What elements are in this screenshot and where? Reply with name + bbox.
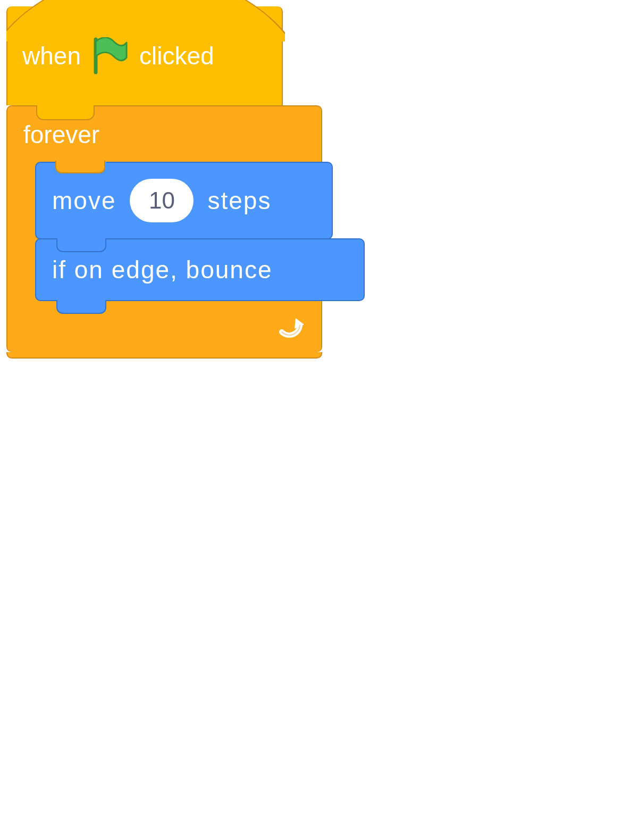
block-bottom-notch <box>56 300 106 314</box>
forever-block[interactable]: forever move 10 steps if on edge, bounce <box>6 105 322 352</box>
hat-text-after: clicked <box>139 41 214 70</box>
green-flag-icon <box>93 37 128 74</box>
hat-cap <box>6 0 285 41</box>
forever-end-cap <box>6 352 322 359</box>
loop-arrow-icon <box>276 313 306 340</box>
forever-body: move 10 steps if on edge, bounce <box>35 162 321 301</box>
hat-content: when clicked <box>22 37 214 74</box>
forever-foot <box>7 301 321 352</box>
hat-bottom-notch <box>36 105 95 120</box>
move-steps-input[interactable]: 10 <box>130 179 194 222</box>
mouth-notch <box>55 161 105 173</box>
hat-text-before: when <box>22 41 81 70</box>
move-text-before: move <box>52 186 116 215</box>
bounce-label: if on edge, bounce <box>52 255 273 284</box>
block-bottom-notch <box>56 238 106 252</box>
move-text-after: steps <box>207 186 271 215</box>
when-flag-clicked-block[interactable]: when clicked <box>6 6 283 105</box>
